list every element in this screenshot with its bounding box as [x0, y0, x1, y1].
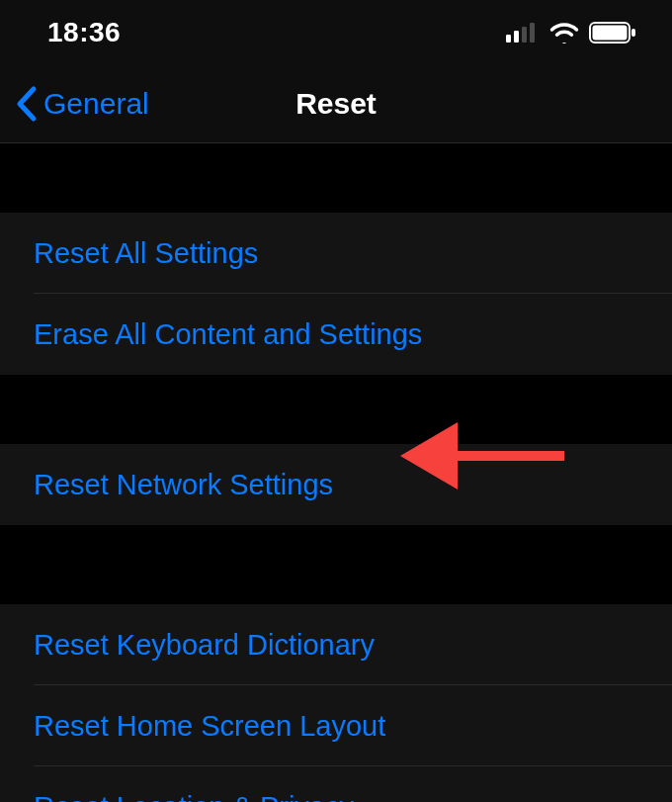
settings-group: Reset Network Settings: [0, 444, 672, 525]
reset-home-screen-row[interactable]: Reset Home Screen Layout: [0, 685, 672, 766]
settings-group: Reset Keyboard Dictionary Reset Home Scr…: [0, 604, 672, 802]
page-title: Reset: [0, 87, 672, 121]
svg-rect-6: [631, 29, 635, 37]
row-label: Reset Network Settings: [34, 469, 333, 501]
svg-rect-1: [514, 31, 519, 43]
section-gap: [0, 525, 672, 604]
status-icons: [506, 22, 636, 44]
row-label: Erase All Content and Settings: [34, 318, 422, 351]
settings-group: Reset All Settings Erase All Content and…: [0, 213, 672, 375]
section-gap: [0, 375, 672, 444]
row-label: Reset Location & Privacy: [34, 791, 354, 803]
reset-location-privacy-row[interactable]: Reset Location & Privacy: [0, 766, 672, 802]
status-bar: 18:36: [0, 0, 672, 64]
status-time: 18:36: [47, 17, 121, 48]
reset-network-settings-row[interactable]: Reset Network Settings: [0, 444, 672, 525]
navigation-bar: General Reset: [0, 64, 672, 143]
erase-all-content-row[interactable]: Erase All Content and Settings: [0, 294, 672, 375]
cellular-signal-icon: [506, 23, 540, 43]
svg-rect-3: [530, 23, 535, 43]
battery-icon: [589, 22, 636, 44]
row-label: Reset Keyboard Dictionary: [34, 629, 375, 662]
section-gap: [0, 143, 672, 213]
reset-all-settings-row[interactable]: Reset All Settings: [0, 213, 672, 294]
row-label: Reset All Settings: [34, 237, 258, 270]
svg-rect-0: [506, 35, 511, 43]
wifi-icon: [549, 22, 579, 44]
svg-rect-2: [522, 27, 527, 43]
svg-rect-5: [593, 25, 628, 40]
row-label: Reset Home Screen Layout: [34, 710, 385, 743]
reset-keyboard-dictionary-row[interactable]: Reset Keyboard Dictionary: [0, 604, 672, 685]
